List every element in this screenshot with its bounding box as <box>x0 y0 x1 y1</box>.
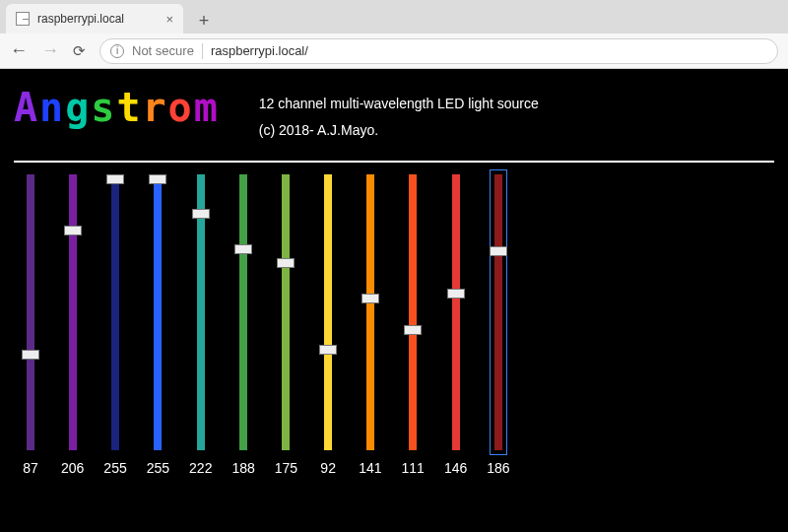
slider-channel-7: 92 <box>317 174 339 476</box>
slider-track-fill <box>494 174 502 450</box>
toolbar: ← → ⟳ i Not secure raspberrypi.local/ <box>0 33 788 69</box>
slider-track-fill <box>27 174 34 450</box>
slider-channel-4: 222 <box>189 174 212 476</box>
slider-channel-8: 141 <box>359 174 381 476</box>
logo-letter: r <box>142 85 167 130</box>
slider-track[interactable] <box>360 174 381 450</box>
slider-value: 92 <box>320 460 336 476</box>
slider-track-fill <box>69 174 77 450</box>
logo-letter: m <box>194 85 220 130</box>
divider <box>14 161 774 163</box>
forward-button[interactable]: → <box>41 40 59 61</box>
slider-track[interactable] <box>317 174 339 450</box>
logo-letter: g <box>65 85 91 130</box>
browser-chrome: raspberrypi.local × + ← → ⟳ i Not secure… <box>0 0 788 69</box>
info-icon[interactable]: i <box>110 44 124 58</box>
logo-letter: A <box>14 85 39 130</box>
page-icon <box>16 12 30 26</box>
address-bar[interactable]: i Not secure raspberrypi.local/ <box>99 38 778 64</box>
url-text: raspberrypi.local/ <box>211 43 308 58</box>
browser-tab[interactable]: raspberrypi.local × <box>6 4 183 33</box>
slider-value: 255 <box>103 460 126 476</box>
slider-track[interactable] <box>20 174 41 450</box>
slider-thumb[interactable] <box>22 350 39 360</box>
logo: Angstrom <box>14 85 220 130</box>
slider-track[interactable] <box>402 174 424 450</box>
slider-track[interactable] <box>147 174 168 450</box>
slider-thumb[interactable] <box>490 246 507 256</box>
slider-track-fill <box>282 174 290 450</box>
slider-bank: 8720625525522218817592141111146186 <box>14 174 774 476</box>
slider-channel-3: 255 <box>147 174 169 476</box>
copyright: (c) 2018- A.J.Mayo. <box>259 117 539 144</box>
slider-track-fill <box>154 174 162 450</box>
slider-value: 87 <box>23 460 38 476</box>
slider-track[interactable] <box>232 174 254 450</box>
slider-thumb[interactable] <box>64 226 82 235</box>
slider-track-fill <box>452 174 460 450</box>
tab-title: raspberrypi.local <box>37 12 124 26</box>
slider-track-fill <box>239 174 247 450</box>
slider-channel-9: 111 <box>402 174 425 476</box>
slider-channel-5: 188 <box>231 174 254 476</box>
slider-track[interactable] <box>275 174 296 450</box>
slider-channel-10: 146 <box>444 174 467 476</box>
slider-channel-0: 87 <box>20 174 41 476</box>
slider-thumb[interactable] <box>106 174 124 184</box>
slider-value: 186 <box>487 460 509 476</box>
slider-value: 146 <box>444 460 467 476</box>
slider-track[interactable] <box>62 174 84 450</box>
slider-track-fill <box>409 174 417 450</box>
slider-value: 111 <box>402 460 425 476</box>
slider-track[interactable] <box>488 174 509 450</box>
slider-track-fill <box>111 174 119 450</box>
tagline: 12 channel multi-wavelength LED light so… <box>259 91 539 117</box>
slider-value: 141 <box>359 460 381 476</box>
logo-letter: n <box>39 85 65 130</box>
slider-thumb[interactable] <box>447 289 465 299</box>
slider-thumb[interactable] <box>149 174 166 184</box>
page-body: Angstrom 12 channel multi-wavelength LED… <box>0 69 788 532</box>
slider-track-fill <box>324 174 332 450</box>
slider-thumb[interactable] <box>319 345 337 355</box>
logo-letter: s <box>91 85 116 130</box>
tab-bar: raspberrypi.local × + <box>0 0 788 33</box>
slider-value: 188 <box>231 460 254 476</box>
back-button[interactable]: ← <box>10 40 28 61</box>
slider-channel-1: 206 <box>61 174 84 476</box>
slider-thumb[interactable] <box>404 325 422 335</box>
slider-thumb[interactable] <box>234 244 252 254</box>
new-tab-button[interactable]: + <box>191 8 217 33</box>
security-label: Not secure <box>132 43 194 58</box>
slider-thumb[interactable] <box>361 294 379 303</box>
slider-channel-2: 255 <box>103 174 126 476</box>
slider-value: 206 <box>61 460 84 476</box>
reload-button[interactable]: ⟳ <box>73 42 86 60</box>
slider-track[interactable] <box>104 174 126 450</box>
slider-value: 222 <box>189 460 212 476</box>
slider-channel-11: 186 <box>487 174 509 476</box>
slider-track[interactable] <box>445 174 467 450</box>
tagline-block: 12 channel multi-wavelength LED light so… <box>259 91 539 143</box>
logo-letter: t <box>116 85 142 130</box>
close-icon[interactable]: × <box>165 12 173 27</box>
slider-channel-6: 175 <box>275 174 297 476</box>
slider-track-fill <box>366 174 374 450</box>
logo-letter: o <box>168 85 194 130</box>
slider-thumb[interactable] <box>192 209 210 219</box>
slider-track[interactable] <box>190 174 212 450</box>
slider-value: 255 <box>147 460 169 476</box>
slider-value: 175 <box>275 460 297 476</box>
slider-thumb[interactable] <box>277 258 295 268</box>
header: Angstrom 12 channel multi-wavelength LED… <box>14 85 774 143</box>
separator <box>202 43 203 59</box>
